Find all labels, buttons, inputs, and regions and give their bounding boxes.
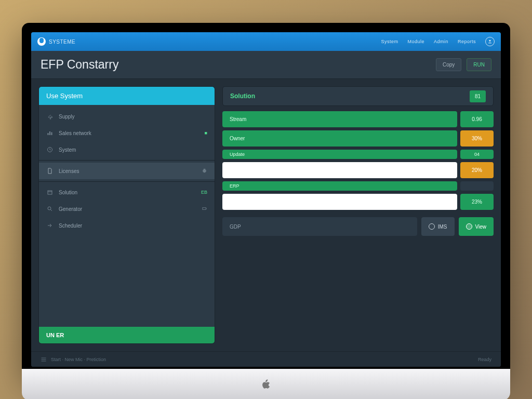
gear-icon <box>46 113 54 120</box>
sidebar-item-solution[interactable]: Solution EB <box>39 184 215 201</box>
chart-icon <box>46 129 54 137</box>
separator <box>39 160 215 161</box>
svg-rect-6 <box>204 168 206 169</box>
app-screen: SYSTEME System Module Admin Reports EFP … <box>31 32 501 367</box>
topbar-nav: System Module Admin Reports <box>381 37 495 46</box>
topbar: SYSTEME System Module Admin Reports <box>31 32 501 51</box>
sidebar-item-label: Supply <box>59 114 75 119</box>
sidebar-item-tag: EB <box>201 190 207 195</box>
row-value: 23% <box>460 194 494 210</box>
brand-text: SYSTEME <box>49 39 75 45</box>
data-rows: Stream 0.96 Owner 30% Update 04 20% <box>222 111 494 210</box>
row-label[interactable]: Stream <box>222 111 457 127</box>
button-label: IMS <box>438 224 447 230</box>
monitor-frame: SYSTEME System Module Admin Reports EFP … <box>22 23 510 376</box>
svg-rect-7 <box>204 171 206 172</box>
row-value: 04 <box>460 150 494 159</box>
row-value: 20% <box>460 162 494 178</box>
row-value: 30% <box>460 130 494 147</box>
row-label[interactable]: Update <box>222 150 457 159</box>
sidebar-item-licenses[interactable]: Licenses <box>39 163 215 179</box>
button-label: View <box>475 224 487 230</box>
status-right: Ready <box>478 357 491 362</box>
titlebar: EFP Constarry Copy RUN <box>31 51 501 79</box>
sidebar-item-label: System <box>59 147 76 153</box>
monitor-chin <box>22 369 510 399</box>
panel-footer: GDP IMS View <box>222 217 494 236</box>
sidebar-header: Use System <box>39 87 215 105</box>
sidebar-list: Supply Sales network ■ System <box>39 105 215 327</box>
arrow-icon <box>46 222 54 229</box>
topnav-system[interactable]: System <box>381 39 398 44</box>
brand-icon <box>37 37 46 46</box>
input-field-2[interactable] <box>222 194 457 210</box>
circle-icon <box>429 223 435 230</box>
row-label[interactable]: ERP <box>222 181 457 191</box>
sidebar-item-sales[interactable]: Sales network ■ <box>39 125 215 141</box>
row-input-1: 20% <box>222 162 494 178</box>
brand: SYSTEME <box>37 37 75 46</box>
panel-header: Solution 81 <box>222 86 494 106</box>
row-input-2: 23% <box>222 194 494 210</box>
svg-rect-8 <box>48 191 52 194</box>
copy-button[interactable]: Copy <box>436 58 461 71</box>
svg-point-0 <box>489 40 490 42</box>
row-value: 0.96 <box>460 111 494 127</box>
input-field-1[interactable] <box>222 162 457 178</box>
sidebar-item-system[interactable]: System <box>39 141 215 158</box>
row-stream: Stream 0.96 <box>222 111 494 127</box>
content-panel: Solution 81 Stream 0.96 Owner 30% Update… <box>222 86 494 344</box>
sidebar-footer[interactable]: UN ER <box>39 327 215 343</box>
separator <box>39 181 215 182</box>
svg-point-9 <box>48 207 51 210</box>
search-icon <box>46 205 54 212</box>
ims-button[interactable]: IMS <box>421 217 455 236</box>
panel-title: Solution <box>230 92 255 100</box>
statusbar: Start · New Mic · Pretiction Ready <box>31 351 501 367</box>
sidebar-item-label: Licenses <box>59 168 79 174</box>
printer-icon <box>202 168 207 175</box>
text-input[interactable] <box>222 162 457 178</box>
text-input[interactable] <box>222 194 457 210</box>
topnav-admin[interactable]: Admin <box>434 39 448 44</box>
sidebar-item-scheduler[interactable]: Scheduler <box>39 217 215 234</box>
sidebar-item-label: Scheduler <box>59 223 82 229</box>
svg-rect-11 <box>206 208 207 209</box>
user-avatar-icon[interactable] <box>485 37 495 46</box>
page-title: EFP Constarry <box>41 58 118 72</box>
run-button[interactable]: RUN <box>467 58 491 71</box>
topnav-module[interactable]: Module <box>407 39 424 44</box>
row-label[interactable]: Owner <box>222 130 457 147</box>
sidebar: Use System Supply Sales network ■ <box>38 86 215 344</box>
row-owner: Owner 30% <box>222 130 494 147</box>
sidebar-item-tag: ■ <box>205 130 207 136</box>
svg-rect-10 <box>203 207 206 209</box>
battery-icon <box>202 206 207 212</box>
box-icon <box>46 189 54 196</box>
footer-label: GDP <box>222 217 417 236</box>
row-update: Update 04 <box>222 150 494 159</box>
view-button[interactable]: View <box>459 217 494 236</box>
svg-rect-2 <box>49 131 50 135</box>
clock-icon <box>46 146 54 153</box>
status-left: Start · New Mic · Pretiction <box>51 357 106 362</box>
topnav-reports[interactable]: Reports <box>458 39 476 44</box>
sidebar-item-label: Sales network <box>59 130 91 136</box>
sidebar-item-label: Generator <box>59 206 82 212</box>
panel-header-value: 81 <box>470 90 486 102</box>
apple-logo-icon <box>259 378 273 391</box>
row-erp: ERP <box>222 181 494 191</box>
sidebar-item-label: Solution <box>59 190 77 195</box>
sidebar-item-generator[interactable]: Generator <box>39 201 215 217</box>
main-area: Use System Supply Sales network ■ <box>31 79 501 351</box>
sidebar-item-supply[interactable]: Supply <box>39 108 215 125</box>
row-value <box>460 181 494 191</box>
doc-icon <box>46 167 54 175</box>
circle-icon <box>466 223 472 230</box>
svg-rect-1 <box>48 133 49 135</box>
menu-icon <box>41 356 47 363</box>
svg-rect-3 <box>51 132 52 136</box>
